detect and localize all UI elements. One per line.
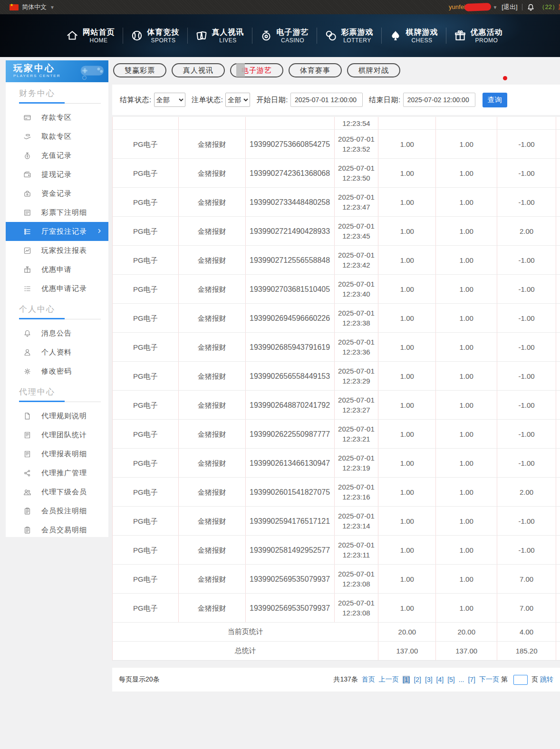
platform-cell: PG电子 [113, 536, 179, 564]
sidebar-item-彩票下注明细[interactable]: 彩票下注明细 [6, 203, 108, 222]
sidebar-item-优惠申请[interactable]: 优惠申请 [6, 260, 108, 279]
page-link-3[interactable]: [3] [425, 676, 433, 683]
main-nav: 网站首页HOME体育竞技SPORTS真人视讯LIVES电子游艺CASINO彩票游… [0, 14, 560, 57]
sidebar-item-label: 代理报表明细 [41, 450, 87, 459]
bet-no-cell: 1939902594176517121 [246, 507, 335, 535]
page-summary-result: 4.00 [497, 623, 556, 641]
sidebar-item-代理报表明细[interactable]: 代理报表明细 [6, 444, 108, 463]
tab-雙赢彩票[interactable]: 雙赢彩票 [113, 63, 166, 77]
list-icon [23, 285, 31, 293]
settle-status-select[interactable]: 全部 [154, 93, 185, 107]
order-status-select[interactable]: 全部 [225, 93, 250, 107]
jump-button[interactable]: 跳转 [540, 675, 553, 684]
page-link-1[interactable]: [1] [403, 676, 410, 683]
bet-amount-cell: 1.00 [378, 159, 436, 187]
pager-controls: 共137条 首页 上一页 [1][2][3][4][5]...[7] 下一页 第… [334, 675, 554, 685]
bell-icon[interactable] [527, 3, 535, 11]
nav-item-promo[interactable]: 优惠活动PROMO [446, 22, 511, 49]
sidebar-item-代理团队统计[interactable]: 代理团队统计 [6, 425, 108, 444]
valid-amount-cell: 1.00 [436, 275, 497, 303]
jump-suffix-label: 页 [531, 675, 538, 684]
sidebar-item-玩家投注报表[interactable]: 玩家投注报表 [6, 241, 108, 260]
bet-amount-cell: 1.00 [378, 362, 436, 390]
bet-no-cell: 1939902721490428933 [246, 217, 335, 245]
table-row: PG电子金猪报财19399026945966602262025-07-0112:… [112, 304, 560, 333]
bet-time-cell: 2025-07-0112:23:40 [335, 275, 379, 303]
username-menu[interactable]: yunfei ▼ [449, 3, 497, 11]
nav-item-chess[interactable]: 棋牌游戏CHESS [381, 22, 446, 49]
sidebar-item-提现记录[interactable]: 提现记录 [6, 165, 108, 184]
sidebar-item-消息公告[interactable]: 消息公告 [6, 324, 108, 343]
query-button[interactable]: 查询 [483, 93, 507, 107]
bet-time-cell: 2025-07-0112:23:50 [335, 159, 379, 187]
table-row: PG电子金猪报财19399026859437916192025-07-0112:… [112, 333, 560, 362]
tab-体育赛事[interactable]: 体育赛事 [289, 63, 342, 77]
language-selector[interactable]: 简体中文 ▼ [10, 0, 55, 14]
valid-amount-cell: 1.00 [436, 391, 497, 419]
nav-item-sports[interactable]: 体育竞技SPORTS [123, 22, 187, 49]
nav-label-zh: 彩票游戏 [341, 28, 374, 37]
bet-time-cell: 12:23:54 [335, 117, 379, 129]
start-date-label: 开始日期: [256, 96, 288, 105]
sidebar-item-修改密码[interactable]: 修改密码 [6, 362, 108, 381]
bet-time-cell: 2025-07-0112:23:27 [335, 391, 379, 419]
sidebar-item-厅室投注记录[interactable]: 厅室投注记录 [6, 222, 108, 241]
nav-item-casino[interactable]: 电子游艺CASINO [252, 22, 317, 49]
bet-amount-cell: 1.00 [378, 188, 436, 216]
table-row: PG电子金猪报财19399027125565588482025-07-0112:… [112, 246, 560, 275]
valid-amount-cell: 1.00 [436, 565, 497, 593]
sidebar-item-代理推广管理[interactable]: 代理推广管理 [6, 463, 108, 482]
first-page-link[interactable]: 首页 [362, 675, 375, 684]
tab-真人视讯[interactable]: 真人视讯 [172, 63, 225, 77]
page-link-...[interactable]: ... [459, 676, 464, 683]
bet-amount-cell: 1.00 [378, 536, 436, 564]
win-loss-cell: -1.00 [497, 159, 556, 187]
tab-棋牌对战[interactable]: 棋牌对战 [347, 63, 400, 77]
page-link-2[interactable]: [2] [414, 676, 421, 683]
nav-label-en: HOME [90, 37, 108, 44]
nav-item-lives[interactable]: 真人视讯LIVES [187, 22, 252, 49]
page-summary-label: 当前页统计 [113, 623, 378, 641]
valid-amount-cell: 1.00 [436, 217, 497, 245]
sidebar-item-取款专区[interactable]: 取款专区 [6, 127, 108, 146]
page-jump-input[interactable] [513, 675, 528, 685]
sidebar-item-代理规则说明[interactable]: 代理规则说明 [6, 406, 108, 425]
sidebar-item-充值记录[interactable]: 充值记录 [6, 146, 108, 165]
page-link-7[interactable]: [7] [468, 676, 475, 683]
valid-amount-cell: 1.00 [436, 246, 497, 274]
game-cell: 金猪报财 [179, 507, 246, 535]
sidebar-item-优惠申请记录[interactable]: 优惠申请记录 [6, 279, 108, 298]
sidebar-item-会员交易明细[interactable]: 会员交易明细 [6, 520, 108, 539]
game-cell: 金猪报财 [179, 449, 246, 477]
top-bar-right: yunfei ▼ [退出] （22）新 [449, 0, 560, 14]
sidebar-item-代理下级会员[interactable]: 代理下级会员 [6, 482, 108, 501]
sidebar-item-个人资料[interactable]: 个人资料 [6, 343, 108, 362]
page-link-4[interactable]: [4] [436, 676, 444, 683]
logout-button[interactable]: [退出] [502, 3, 517, 11]
page-number-links: [1][2][3][4][5]...[7] [403, 676, 475, 683]
sidebar-item-会员投注明细[interactable]: 会员投注明细 [6, 501, 108, 520]
start-date-input[interactable] [290, 93, 363, 107]
end-date-label: 结束日期: [369, 96, 401, 105]
sidebar-item-label: 彩票下注明细 [41, 208, 87, 217]
sidebar-item-label: 消息公告 [41, 329, 72, 338]
sidebar-item-存款专区[interactable]: 存款专区 [6, 108, 108, 127]
sidebar-item-资金记录[interactable]: 资金记录 [6, 184, 108, 203]
prev-page-link[interactable]: 上一页 [379, 675, 399, 684]
bet-amount-cell: 1.00 [378, 594, 436, 622]
valid-amount-cell: 1.00 [436, 536, 497, 564]
end-date-input[interactable] [403, 93, 475, 107]
platform-cell: PG电子 [113, 188, 179, 216]
next-page-link[interactable]: 下一页 [479, 675, 499, 684]
total-summary-valid: 137.00 [436, 642, 497, 660]
nav-item-lottery[interactable]: 彩票游戏LOTTERY [317, 22, 381, 49]
notice-link[interactable]: （22）新 [539, 3, 560, 11]
nav-item-home[interactable]: 网站首页HOME [58, 22, 123, 49]
sidebar-item-label: 提现记录 [41, 170, 72, 179]
page-link-5[interactable]: [5] [447, 676, 455, 683]
spade-icon [389, 29, 402, 42]
win-loss-cell: -1.00 [497, 362, 556, 390]
bet-time-cell: 2025-07-0112:23:38 [335, 304, 379, 332]
platform-cell: PG电子 [113, 507, 179, 535]
people-icon [23, 488, 31, 496]
